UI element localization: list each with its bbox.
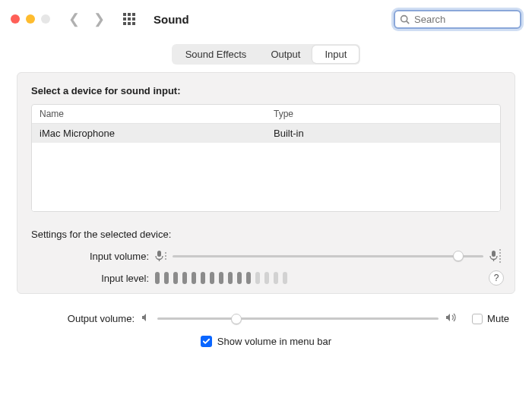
level-bar [274,272,278,284]
settings-heading: Settings for the selected device: [31,229,501,240]
table-row[interactable]: iMac Microphone Built-in [32,124,500,143]
tabs: Sound Effects Output Input [0,38,532,65]
search-field[interactable] [394,10,521,29]
level-bar [219,272,223,284]
input-level-meter [155,272,501,284]
window-title: Sound [154,13,189,26]
table-empty-area [32,143,500,211]
help-button[interactable]: ? [489,270,504,286]
speaker-high-icon [445,312,458,325]
output-volume-label: Output volume: [17,313,135,324]
tab-output[interactable]: Output [258,46,312,63]
col-name: Name [32,105,266,123]
svg-rect-4 [492,251,496,257]
table-header: Name Type [32,105,500,124]
back-button[interactable]: ❮ [68,12,80,26]
level-bar [192,272,196,284]
input-level-label: Input level: [31,273,149,284]
tab-input[interactable]: Input [312,46,359,63]
svg-line-1 [407,21,409,23]
svg-point-0 [401,15,407,21]
search-icon [400,14,410,24]
show-all-prefs-button[interactable] [123,13,135,25]
forward-button[interactable]: ❯ [93,12,105,26]
level-bar [255,272,260,284]
input-volume-slider[interactable] [173,255,483,257]
search-input[interactable] [414,14,515,25]
titlebar: ❮ ❯ Sound [0,0,532,38]
show-volume-checkbox[interactable] [201,336,212,347]
show-volume-menubar-row[interactable]: Show volume in menu bar [17,336,515,347]
microphone-high-icon [489,249,501,263]
level-bar [210,272,214,284]
output-volume-thumb[interactable] [231,314,242,324]
level-bar [246,272,251,284]
mute-checkbox[interactable] [472,314,483,324]
device-type: Built-in [266,124,500,143]
level-bar [228,272,233,284]
footer: Output volume: Mute Show volume in menu … [0,294,532,347]
input-volume-row: Input volume: [31,249,501,263]
output-volume-slider[interactable] [157,317,439,320]
mute-label: Mute [487,313,509,324]
speaker-low-icon [141,312,151,325]
output-volume-row: Output volume: Mute [17,312,515,325]
level-bar [201,272,205,284]
input-level-row: Input level: [31,272,501,284]
svg-rect-2 [157,251,161,257]
col-type: Type [266,105,500,123]
tab-sound-effects[interactable]: Sound Effects [173,46,259,63]
level-bar [264,272,269,284]
input-device-table: Name Type iMac Microphone Built-in [31,104,501,212]
level-bar [182,272,187,284]
zoom-window-button[interactable] [41,14,50,24]
show-volume-label: Show volume in menu bar [217,336,331,347]
microphone-low-icon [155,250,166,262]
input-panel: Select a device for sound input: Name Ty… [17,72,515,294]
mute-checkbox-group[interactable]: Mute [472,313,509,324]
input-volume-thumb[interactable] [453,251,464,261]
input-volume-control [155,249,501,263]
close-window-button[interactable] [11,14,20,24]
tab-segment: Sound Effects Output Input [172,44,361,65]
nav-arrows: ❮ ❯ [68,12,105,26]
level-bar [283,272,287,284]
level-bar [237,272,242,284]
device-name: iMac Microphone [32,124,266,143]
level-bar [155,272,160,284]
output-volume-control [141,312,458,325]
minimize-window-button[interactable] [26,14,35,24]
window-controls [11,14,50,24]
level-bar [164,272,169,284]
input-volume-label: Input volume: [31,251,149,262]
level-bar [173,272,178,284]
input-device-heading: Select a device for sound input: [31,85,501,96]
